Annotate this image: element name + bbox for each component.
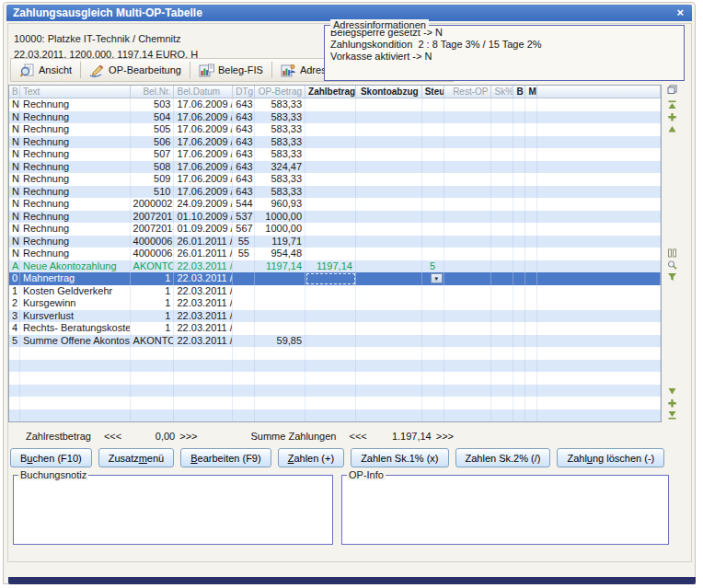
cell-dtg[interactable] — [233, 297, 255, 310]
cell-b[interactable]: 1 — [9, 285, 20, 298]
cell-dtg[interactable]: 643 — [233, 173, 255, 186]
cell-dtg[interactable]: 643 — [233, 161, 255, 174]
cell-dtg[interactable]: 643 — [233, 98, 255, 111]
action-button-bearbeiten-f9[interactable]: Bearbeiten (F9) — [180, 448, 271, 467]
cell-restop[interactable] — [444, 98, 492, 111]
booking-note-input[interactable] — [14, 476, 332, 544]
cell-beldatum[interactable]: 17.06.2009 /Mi — [174, 161, 233, 174]
cell-op[interactable] — [255, 297, 305, 310]
cell-b2[interactable] — [513, 186, 525, 199]
cell-steue[interactable] — [422, 335, 444, 348]
cell-text[interactable]: Rechnung — [20, 161, 131, 174]
cell-b2[interactable] — [513, 248, 525, 260]
cell-skp[interactable] — [491, 98, 513, 111]
cell-restop[interactable] — [444, 248, 492, 260]
cell-skonto[interactable] — [356, 148, 422, 161]
filter-icon[interactable] — [667, 272, 677, 282]
cell-op[interactable]: 954,48 — [255, 248, 305, 260]
cell-zahl[interactable] — [305, 98, 356, 111]
action-button-zahlen-sk-1-x[interactable]: Zahlen Sk.1% (x) — [351, 448, 448, 467]
dropdown-button[interactable]: ▼ — [431, 273, 443, 283]
table-row[interactable]: NRechnung50717.06.2009 /Mi643583,33 — [9, 148, 661, 161]
cell-op[interactable]: 960,93 — [255, 198, 305, 211]
cell-b2[interactable] — [513, 198, 525, 211]
cell-zahl[interactable] — [305, 198, 356, 211]
toolbar-button-op-bearbeitung[interactable]: OP-Bearbeitung — [83, 62, 188, 79]
table-row[interactable]: 0Mahnertrag122.03.2011 /Di▼ — [9, 272, 661, 285]
cell-op[interactable]: 583,33 — [255, 148, 305, 161]
cell-beldatum[interactable]: 22.03.2011 /Di — [174, 322, 233, 335]
cell-dtg[interactable] — [233, 272, 255, 285]
cell-m[interactable] — [525, 248, 537, 260]
cell-op[interactable]: 1197,14 — [255, 260, 305, 273]
cell-skonto[interactable] — [356, 198, 422, 211]
cell-op[interactable] — [255, 285, 305, 298]
cell-steue[interactable] — [422, 236, 444, 248]
table-row[interactable]: 2Kursgewinn122.03.2011 /Di — [9, 297, 661, 310]
cell-op[interactable]: 583,33 — [255, 111, 305, 124]
cell-belnr[interactable]: 508 — [131, 161, 175, 174]
cell-m[interactable] — [525, 335, 537, 348]
cell-belnr[interactable]: 40000061 — [131, 236, 175, 248]
table-row[interactable]: NRechnung50417.06.2009 /Mi643583,33 — [9, 111, 661, 124]
cell-b[interactable]: N — [9, 123, 20, 136]
cell-restop[interactable] — [444, 260, 492, 273]
cell-belnr[interactable]: 507 — [131, 148, 175, 161]
cell-zahl[interactable] — [305, 186, 356, 199]
table-row[interactable]: NRechnung4000006326.01.2011 /Mi55954,48 — [9, 248, 661, 260]
column-header-restop[interactable]: Rest-OP — [444, 86, 492, 98]
cell-op[interactable] — [255, 272, 305, 285]
cell-skp[interactable] — [491, 148, 513, 161]
cell-beldatum[interactable]: 22.03.2011 /Di — [174, 335, 233, 348]
cell-b2[interactable] — [513, 335, 525, 348]
cell-steue[interactable]: 5 — [422, 260, 444, 273]
cell-m[interactable] — [525, 123, 537, 136]
cell-belnr[interactable]: 20000022 — [131, 198, 175, 211]
cell-text[interactable]: Rechnung — [20, 236, 131, 248]
cell-text[interactable]: Rechnung — [20, 123, 131, 136]
cell-belnr[interactable]: 503 — [131, 98, 175, 111]
cell-belnr[interactable]: AKONTO — [131, 335, 175, 348]
cell-zahl[interactable] — [305, 211, 356, 224]
cell-filler[interactable] — [537, 335, 661, 348]
cell-op[interactable]: 583,33 — [255, 98, 305, 111]
cell-b2[interactable] — [513, 161, 525, 174]
column-header-b[interactable]: B — [9, 86, 20, 98]
cell-steue[interactable] — [422, 161, 444, 174]
action-button-zahlen-sk-2[interactable]: Zahlen Sk.2% (/) — [455, 448, 551, 467]
cell-dtg[interactable]: 55 — [233, 236, 255, 248]
cell-b[interactable]: 5 — [9, 335, 20, 348]
cell-text[interactable]: Mahnertrag — [20, 272, 131, 285]
cell-dtg[interactable]: 643 — [233, 136, 255, 149]
cell-m[interactable] — [525, 272, 537, 285]
cell-zahl[interactable] — [305, 236, 356, 248]
cell-beldatum[interactable]: 01.09.2009 /Di — [174, 223, 233, 236]
cell-zahl[interactable] — [305, 223, 356, 236]
cell-beldatum[interactable]: 17.06.2009 /Mi — [174, 173, 233, 186]
cell-beldatum[interactable]: 17.06.2009 /Mi — [174, 123, 233, 136]
cell-skp[interactable] — [491, 161, 513, 174]
cell-m[interactable] — [525, 322, 537, 335]
cell-belnr[interactable]: 506 — [131, 136, 175, 149]
cell-b2[interactable] — [513, 322, 525, 335]
cell-op[interactable]: 583,33 — [255, 173, 305, 186]
cell-m[interactable] — [525, 198, 537, 211]
cell-text[interactable]: Rechnung — [20, 211, 131, 224]
cell-text[interactable]: Rechnung — [20, 186, 131, 199]
cell-text[interactable]: Rechnung — [20, 198, 131, 211]
cell-dtg[interactable] — [233, 285, 255, 298]
cell-dtg[interactable]: 643 — [233, 123, 255, 136]
cell-dtg[interactable]: 55 — [233, 248, 255, 260]
cell-m[interactable] — [525, 260, 537, 273]
cell-restop[interactable] — [444, 136, 492, 149]
cell-beldatum[interactable]: 22.03.2011 /Di — [174, 285, 233, 298]
cell-skp[interactable] — [491, 310, 513, 323]
cell-m[interactable] — [525, 236, 537, 248]
cell-beldatum[interactable]: 22.03.2011 /Di — [174, 297, 233, 310]
column-header-zahl[interactable]: Zahlbetrag — [305, 86, 356, 98]
cell-steue[interactable] — [422, 111, 444, 124]
cell-restop[interactable] — [444, 272, 492, 285]
scroll-page-up-icon[interactable] — [667, 112, 677, 121]
cell-skonto[interactable] — [356, 136, 422, 149]
cell-filler[interactable] — [537, 285, 661, 298]
